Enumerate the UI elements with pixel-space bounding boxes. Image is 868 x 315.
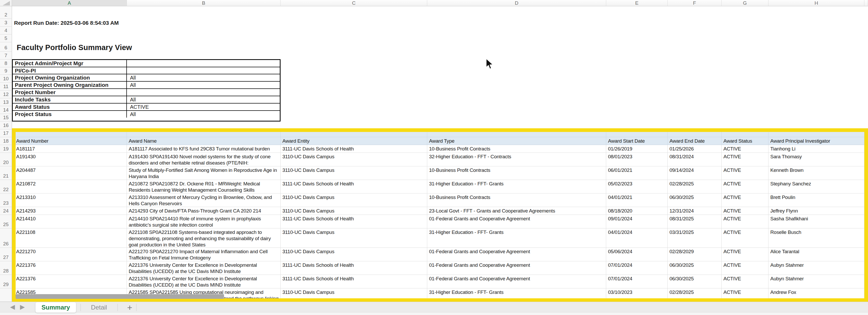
table-cell[interactable]: A221376	[12, 275, 127, 288]
table-cell[interactable]: 01/26/2019	[606, 145, 668, 153]
row-number-8[interactable]: 8	[0, 59, 12, 67]
table-cell[interactable]: Alice Tarantal	[769, 248, 864, 261]
filter-label-cell[interactable]: Project Number	[13, 89, 127, 96]
column-header-F[interactable]: F	[668, 0, 722, 6]
filter-label-cell[interactable]: Project Owning Organization	[13, 74, 127, 81]
row-number-3[interactable]: 3	[0, 19, 12, 27]
table-cell[interactable]: 01-Federal Grants and Cooperative Agreem…	[427, 248, 606, 261]
next-sheet-arrow-icon[interactable]: ▶	[17, 303, 28, 311]
table-cell[interactable]: 3111-UC Davis Schools of Health	[281, 180, 427, 194]
table-cell[interactable]: A214293 City of Davis/FTA Pass-Through G…	[127, 207, 281, 215]
table-cell[interactable]: A191430	[12, 153, 127, 166]
filter-value-cell[interactable]	[127, 60, 280, 67]
row-number-25[interactable]: 25	[0, 215, 12, 228]
table-cell[interactable]: A221376 University Center for Excellence…	[127, 275, 281, 288]
table-cell[interactable]: ACTIVE	[722, 194, 769, 207]
select-all-corner[interactable]	[0, 0, 12, 6]
table-cell[interactable]: 06/30/2025	[668, 275, 722, 288]
row-number-7[interactable]: 7	[0, 52, 12, 59]
table-cell[interactable]: 3110-UC Davis Campus	[281, 288, 427, 302]
table-cell[interactable]: A213310	[12, 194, 127, 207]
table-cell[interactable]: Sasha Shafikhani	[769, 215, 864, 228]
table-cell[interactable]: 02/28/2025	[668, 288, 722, 302]
table-cell[interactable]: 01-Federal Grants and Cooperative Agreem…	[427, 261, 606, 275]
table-cell[interactable]: 03/31/2025	[668, 228, 722, 248]
filter-value-cell[interactable]	[127, 89, 280, 96]
horizontal-scrollbar-thumb[interactable]	[16, 294, 224, 299]
column-header-A[interactable]: A	[12, 0, 127, 6]
table-header-cell[interactable]: Award Start Date	[606, 137, 668, 145]
table-cell[interactable]: 23-Local Govt - FFT - Grants and Coopera…	[427, 207, 606, 215]
table-cell[interactable]: A181117 Associated to KFS fund 29C83 Tum…	[127, 145, 281, 153]
table-cell[interactable]: ACTIVE	[722, 228, 769, 248]
filter-value-cell[interactable]: All	[127, 96, 280, 103]
table-cell[interactable]: 05/06/2024	[606, 248, 668, 261]
prev-sheet-arrow-icon[interactable]: ◀	[7, 303, 18, 311]
row-number-20[interactable]: 20	[0, 153, 12, 166]
filter-label-cell[interactable]: PI/Co-PI	[13, 67, 127, 74]
table-cell[interactable]: 3110-UC Davis Campus	[281, 166, 427, 180]
row-number-16[interactable]: 16	[0, 121, 12, 129]
table-cell[interactable]: 08/01/2023	[606, 153, 668, 166]
table-cell[interactable]: 3110-UC Davis Campus	[281, 228, 427, 248]
table-header-cell[interactable]: Award End Date	[668, 137, 722, 145]
table-cell[interactable]: 07/01/2024	[606, 275, 668, 288]
page-title[interactable]: Faculty Portfolio Summary View	[17, 43, 132, 52]
row-number-2[interactable]: 2	[0, 6, 12, 19]
table-cell[interactable]: Andrew Fox	[769, 288, 864, 302]
filter-value-cell[interactable]	[127, 67, 280, 74]
table-cell[interactable]: 31-Higher Education - FFT- Grants	[427, 228, 606, 248]
table-cell[interactable]: 01-Federal Grants and Cooperative Agreem…	[427, 215, 606, 228]
filter-label-cell[interactable]: Award Status	[13, 104, 127, 110]
report-run-date-cell[interactable]: Report Run Date: 2025-03-06 8:54:03 AM	[14, 20, 119, 26]
table-cell[interactable]: 3110-UC Davis Campus	[281, 207, 427, 215]
table-cell[interactable]: 04/01/2021	[606, 194, 668, 207]
table-cell[interactable]	[127, 129, 281, 137]
table-cell[interactable]	[12, 129, 127, 137]
table-header-cell[interactable]: Award Type	[427, 137, 606, 145]
table-cell[interactable]: 01/25/2026	[668, 145, 722, 153]
table-cell[interactable]: ACTIVE	[722, 261, 769, 275]
row-number-5[interactable]: 5	[0, 34, 12, 42]
row-number-17[interactable]: 17	[0, 129, 12, 137]
row-number-24[interactable]: 24	[0, 207, 12, 215]
row-number-13[interactable]: 13	[0, 98, 12, 106]
row-number-29[interactable]: 29	[0, 275, 12, 288]
row-number-12[interactable]: 12	[0, 90, 12, 98]
tab-detail[interactable]: Detail	[81, 302, 117, 313]
table-cell[interactable]: 09/01/2024	[606, 215, 668, 228]
table-cell[interactable]: A221376	[12, 261, 127, 275]
table-cell[interactable]: A221376 University Center for Excellence…	[127, 261, 281, 275]
table-cell[interactable]: A181117	[12, 145, 127, 153]
table-cell[interactable]: 02/28/2025	[668, 180, 722, 194]
table-cell[interactable]: A221108	[12, 228, 127, 248]
row-number-6[interactable]: 6	[0, 42, 12, 52]
table-cell[interactable]: 3110-UC Davis Campus	[281, 248, 427, 261]
table-cell[interactable]: 3111-UC Davis Schools of Health	[281, 261, 427, 275]
table-cell[interactable]: A214410 SP0A214410 Role of immune system…	[127, 215, 281, 228]
filter-label-cell[interactable]: Parent Project Owning Organization	[13, 82, 127, 88]
table-cell[interactable]: 01-Federal Grants and Cooperative Agreem…	[427, 275, 606, 288]
table-cell[interactable]: 06/30/2025	[668, 194, 722, 207]
table-cell[interactable]: Stephany Sanchez	[769, 180, 864, 194]
table-cell[interactable]	[606, 129, 668, 137]
row-number-22[interactable]: 22	[0, 180, 12, 194]
table-cell[interactable]: A213310 Assessment of Mercury Cycling in…	[127, 194, 281, 207]
filter-value-cell[interactable]: All	[127, 82, 280, 88]
filter-value-cell[interactable]: All	[127, 111, 280, 118]
table-cell[interactable]: ACTIVE	[722, 145, 769, 153]
table-cell[interactable]: ACTIVE	[722, 180, 769, 194]
table-cell[interactable]: 09/14/2024	[668, 166, 722, 180]
filter-value-cell[interactable]: All	[127, 74, 280, 81]
filter-label-cell[interactable]: Project Status	[13, 111, 127, 118]
row-number-14[interactable]: 14	[0, 106, 12, 114]
row-number-23[interactable]: 23	[0, 194, 12, 207]
table-cell[interactable]: 31-Higher Education - FFT- Grants	[427, 288, 606, 302]
table-cell[interactable]: 10-Business Profit Contracts	[427, 194, 606, 207]
table-cell[interactable]: 3110-UC Davis Campus	[281, 194, 427, 207]
table-header-cell[interactable]: Award Principal Investigator	[769, 137, 864, 145]
table-cell[interactable]: Sara Thomasy	[769, 153, 864, 166]
table-header-cell[interactable]: Award Name	[127, 137, 281, 145]
filter-label-cell[interactable]: Project Admin/Project Mgr	[13, 60, 127, 67]
row-number-19[interactable]: 19	[0, 145, 12, 153]
